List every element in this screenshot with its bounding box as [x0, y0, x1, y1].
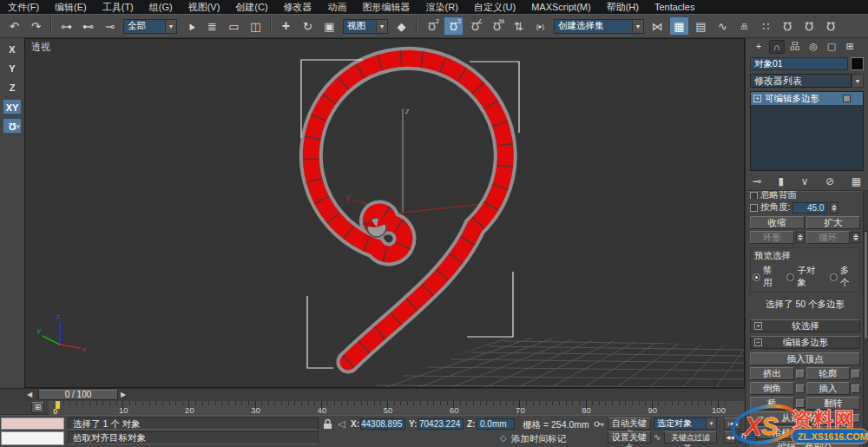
select-by-name-button[interactable]: ≣: [202, 16, 222, 36]
select-object-button[interactable]: ▲: [181, 16, 201, 36]
ignore-backfacing-checkbox[interactable]: [750, 192, 758, 200]
add-time-tag[interactable]: 添加时间标记: [511, 433, 566, 445]
show-end-result-button[interactable]: ▮: [779, 175, 785, 187]
chevron-down-icon[interactable]: ▼: [376, 20, 387, 33]
expand-plus-icon[interactable]: +: [753, 95, 761, 102]
bind-to-space-warp-button[interactable]: ⊸: [100, 16, 120, 36]
chevron-down-icon[interactable]: ▼: [706, 418, 716, 429]
tab-utilities[interactable]: ⊞: [842, 40, 858, 54]
panel-scrollbar-thumb[interactable]: [864, 231, 868, 339]
x-coordinate-field[interactable]: 44308.895: [360, 418, 405, 430]
axis-snap-xy-button[interactable]: ΩXY: [3, 118, 22, 134]
edit-poly-button-3[interactable]: 倒角: [750, 382, 794, 395]
shrink-button[interactable]: 收缩: [750, 216, 805, 229]
rendered-frame-button[interactable]: ℧: [799, 16, 819, 36]
menu-item-10[interactable]: 自定义(U): [466, 0, 523, 14]
mini-curve-editor-button[interactable]: ⊞: [31, 402, 44, 413]
soft-selection-rollout[interactable]: + 软选择: [750, 319, 860, 332]
time-slider[interactable]: 0 / 100: [38, 390, 118, 400]
rectangular-selection-button[interactable]: ▭: [224, 16, 244, 36]
settings-box-button[interactable]: [852, 370, 860, 378]
timeline-ruler[interactable]: 102030405060708090100: [49, 401, 744, 415]
menu-item-4[interactable]: 视图(V): [181, 0, 228, 14]
named-selection-set-dropdown[interactable]: 创建选择集▼: [554, 19, 644, 34]
edit-poly-button-1[interactable]: 挤出: [750, 367, 794, 380]
absolute-offset-cursor-icon[interactable]: ◁: [338, 418, 345, 430]
remove-modifier-button[interactable]: ⊘: [825, 175, 834, 187]
z-coordinate-field[interactable]: 0.0mm: [477, 418, 515, 430]
angle-snap-button[interactable]: Ω∠: [465, 16, 485, 36]
axis-constraint-z-button[interactable]: Z: [3, 80, 22, 95]
chevron-down-icon[interactable]: ▼: [852, 74, 864, 88]
settings-box-button[interactable]: [796, 370, 805, 378]
settings-box-button[interactable]: [852, 385, 860, 393]
ring-button[interactable]: 环形: [750, 231, 794, 244]
settings-box-button[interactable]: [796, 385, 805, 393]
reference-coordinate-dropdown[interactable]: 视图▼: [343, 19, 388, 34]
redo-button[interactable]: ↷: [26, 16, 46, 36]
chevron-down-icon[interactable]: ▼: [632, 20, 643, 33]
layer-manager-button[interactable]: ▤: [691, 16, 711, 36]
modifier-visibility-toggle[interactable]: [843, 95, 851, 102]
axis-constraint-x-button[interactable]: X: [3, 42, 22, 57]
angle-value-field[interactable]: 45.0: [792, 202, 827, 214]
angle-spinner[interactable]: [830, 202, 838, 214]
grow-button[interactable]: 扩大: [806, 216, 861, 229]
align-button[interactable]: ▦: [669, 16, 689, 36]
object-color-swatch[interactable]: [851, 57, 864, 70]
menu-item-9[interactable]: 渲染(R): [418, 0, 466, 14]
menu-item-1[interactable]: 编辑(E): [47, 0, 95, 14]
by-angle-checkbox[interactable]: [750, 204, 758, 212]
menu-item-3[interactable]: 组(G): [141, 0, 181, 14]
curve-editor-button[interactable]: ∿: [713, 16, 733, 36]
y-coordinate-field[interactable]: 70423.224: [418, 418, 464, 430]
axis-constraint-y-button[interactable]: Y: [3, 61, 22, 76]
tab-create[interactable]: +: [751, 40, 766, 54]
spinner-snap-button[interactable]: ⇅: [509, 16, 529, 36]
object-name-field[interactable]: 对象01: [750, 57, 848, 70]
viewport-label[interactable]: 透视: [31, 41, 50, 54]
preview-radio-0[interactable]: 禁用: [753, 265, 780, 289]
select-and-move-button[interactable]: +: [276, 16, 296, 36]
edit-poly-button-0[interactable]: 插入顶点: [750, 352, 860, 365]
time-forward-arrow[interactable]: ▶: [121, 391, 126, 398]
menu-item-11[interactable]: MAXScript(M): [523, 0, 598, 14]
maxscript-mini-listener-pink[interactable]: [1, 417, 64, 430]
menu-item-8[interactable]: 图形编辑器: [355, 0, 418, 14]
track-bar[interactable]: ⊞ 102030405060708090100 0: [0, 401, 745, 415]
tab-display[interactable]: ▢: [824, 40, 839, 54]
modifier-list-dropdown[interactable]: 修改器列表: [750, 74, 852, 88]
snap-toggle-2d-button[interactable]: Ω2: [422, 16, 442, 36]
lock-icon[interactable]: [323, 418, 332, 430]
tab-modify[interactable]: ∩: [769, 40, 785, 54]
menu-item-12[interactable]: 帮助(H): [599, 0, 647, 14]
auto-key-button[interactable]: 自动关键点: [608, 417, 651, 430]
edit-poly-button-2[interactable]: 轮廓: [806, 367, 851, 380]
preview-radio-2[interactable]: 多个: [830, 265, 858, 289]
pin-stack-button[interactable]: ⊸: [753, 175, 761, 187]
time-back-arrow[interactable]: ◀: [27, 391, 32, 398]
preview-radio-1[interactable]: 子对象: [786, 265, 824, 289]
menu-item-0[interactable]: 文件(F): [0, 0, 47, 14]
render-production-button[interactable]: ℧: [821, 16, 841, 36]
snap-toggle-3d-button[interactable]: Ω3: [444, 16, 464, 36]
maxscript-mini-listener-white[interactable]: [1, 431, 64, 445]
configure-modifier-sets-button[interactable]: ▦: [852, 175, 861, 187]
menu-item-7[interactable]: 动画: [320, 0, 355, 14]
axis-constraint-xy-button[interactable]: XY: [3, 99, 22, 115]
percent-snap-button[interactable]: Ω%: [487, 16, 507, 36]
key-filters-button[interactable]: 关键点过滤器...: [664, 431, 717, 444]
material-editor-button[interactable]: ∷: [756, 16, 776, 36]
undo-button[interactable]: ↶: [4, 16, 24, 36]
key-filter-curve-icon[interactable]: ∿: [654, 432, 661, 442]
perspective-viewport[interactable]: 透视: [24, 38, 745, 388]
loop-spinner[interactable]: [852, 232, 860, 243]
render-setup-button[interactable]: ℧: [778, 16, 798, 36]
selection-set-dropdown[interactable]: 选定对象 ▼: [654, 417, 717, 430]
selection-filter-dropdown[interactable]: 全部▼: [123, 19, 177, 34]
select-and-link-button[interactable]: ⊶: [56, 16, 76, 36]
edit-poly-button-4[interactable]: 插入: [806, 382, 851, 395]
unlink-selection-button[interactable]: ⊷: [78, 16, 98, 36]
mirror-button[interactable]: ⋈: [648, 16, 667, 36]
tab-motion[interactable]: ◎: [806, 40, 821, 54]
